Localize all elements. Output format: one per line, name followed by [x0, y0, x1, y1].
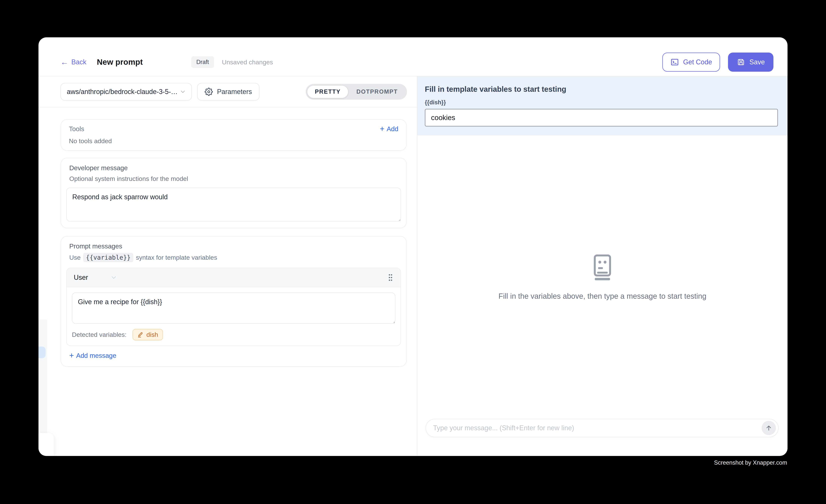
- save-button[interactable]: Save: [728, 53, 773, 72]
- page-header: ← Back New prompt Draft Unsaved changes …: [39, 37, 787, 76]
- chevron-down-icon: [110, 274, 117, 281]
- toggle-option-dotprompt[interactable]: DOTPROMPT: [348, 85, 406, 98]
- test-pane: Fill in template variables to start test…: [417, 76, 787, 456]
- chat-empty-state: Fill in the variables above, then type a…: [417, 254, 787, 300]
- detected-variables-row: Detected variables: dish: [67, 324, 401, 345]
- developer-message-card: Developer message Optional system instru…: [61, 158, 407, 228]
- variable-dish-label: {{dish}}: [425, 99, 778, 106]
- app-window: ← Back New prompt Draft Unsaved changes …: [39, 37, 787, 456]
- prompt-messages-title: Prompt messages: [69, 242, 401, 250]
- prompt-editor-pane: aws/anthropic/bedrock-claude-3-5-s... Pa…: [39, 76, 417, 456]
- prompt-messages-card: Prompt messages Use {{variable}} syntax …: [61, 236, 407, 367]
- tools-card: Tools + Add No tools added: [61, 119, 407, 151]
- main-split: aws/anthropic/bedrock-claude-3-5-s... Pa…: [39, 76, 787, 456]
- back-label: Back: [71, 58, 86, 66]
- message-text-input[interactable]: Give me a recipe for {{dish}}: [72, 293, 395, 324]
- message-block: User: [66, 268, 401, 346]
- save-label: Save: [750, 58, 765, 66]
- developer-message-subtitle: Optional system instructions for the mod…: [69, 175, 401, 182]
- pencil-icon: [137, 331, 144, 338]
- add-tool-button[interactable]: + Add: [380, 125, 398, 133]
- get-code-label: Get Code: [683, 58, 712, 66]
- message-header: User: [67, 268, 401, 287]
- terminal-icon: [670, 58, 679, 66]
- add-message-button[interactable]: + Add message: [69, 352, 116, 360]
- chat-input-bar: [426, 419, 778, 437]
- drag-handle[interactable]: [388, 273, 394, 281]
- format-toggle: PRETTY DOTPROMPT: [306, 84, 407, 100]
- robot-face-icon: [592, 254, 613, 281]
- prompt-messages-subtitle: Use {{variable}} syntax for template var…: [69, 253, 401, 262]
- tools-card-title: Tools: [69, 125, 84, 133]
- subtitle-prefix: Use: [69, 254, 80, 261]
- gear-icon: [204, 87, 213, 96]
- screenshot-stage: ← Back New prompt Draft Unsaved changes …: [0, 0, 826, 504]
- add-tool-label: Add: [387, 125, 398, 133]
- drag-dots-icon: [388, 273, 394, 281]
- watermark-text: Screenshot by Xnapper.com: [714, 459, 787, 466]
- save-floppy-icon: [736, 58, 745, 66]
- background-sidebar-strip: [39, 320, 47, 433]
- parameters-button[interactable]: Parameters: [197, 83, 259, 101]
- model-selector[interactable]: aws/anthropic/bedrock-claude-3-5-s...: [60, 83, 192, 101]
- page-title: New prompt: [97, 58, 143, 67]
- background-sidebar-active-item: [39, 346, 46, 358]
- chat-test-area: Fill in the variables above, then type a…: [417, 135, 787, 456]
- arrow-up-icon: [765, 424, 772, 432]
- template-variables-section: Fill in template variables to start test…: [417, 76, 787, 135]
- variable-chip-dish[interactable]: dish: [132, 329, 163, 340]
- back-arrow-icon: ←: [60, 58, 68, 66]
- toggle-option-pretty[interactable]: PRETTY: [307, 85, 348, 98]
- status-badge: Draft: [191, 56, 214, 68]
- variable-dish-input[interactable]: [425, 109, 778, 126]
- unsaved-changes-text: Unsaved changes: [222, 59, 273, 66]
- chat-message-input[interactable]: [426, 419, 762, 437]
- variable-chip-label: dish: [146, 331, 158, 338]
- editor-content: Tools + Add No tools added Developer mes…: [39, 107, 417, 367]
- back-button[interactable]: ← Back: [60, 58, 86, 66]
- parameters-label: Parameters: [217, 88, 252, 96]
- plus-icon: +: [69, 352, 74, 360]
- editor-toolbar: aws/anthropic/bedrock-claude-3-5-s... Pa…: [39, 76, 417, 107]
- add-message-label: Add message: [76, 352, 116, 359]
- tools-empty-text: No tools added: [69, 137, 398, 145]
- message-role-select[interactable]: User: [74, 273, 117, 281]
- plus-icon: +: [380, 125, 385, 133]
- chevron-down-icon: [179, 88, 186, 95]
- developer-message-input[interactable]: Respond as jack sparrow would: [66, 188, 401, 222]
- model-selector-value: aws/anthropic/bedrock-claude-3-5-s...: [67, 88, 179, 96]
- chat-empty-text: Fill in the variables above, then type a…: [498, 292, 706, 300]
- detected-variables-label: Detected variables:: [72, 331, 126, 338]
- message-role-value: User: [74, 273, 88, 281]
- get-code-button[interactable]: Get Code: [662, 53, 720, 72]
- developer-message-title: Developer message: [69, 164, 401, 172]
- variable-syntax-chip: {{variable}}: [83, 253, 133, 262]
- send-message-button[interactable]: [762, 421, 776, 435]
- variables-heading: Fill in template variables to start test…: [425, 85, 778, 93]
- background-popover-card: [39, 433, 54, 456]
- subtitle-suffix: syntax for template variables: [136, 254, 217, 261]
- message-body: Give me a recipe for {{dish}}: [67, 287, 401, 324]
